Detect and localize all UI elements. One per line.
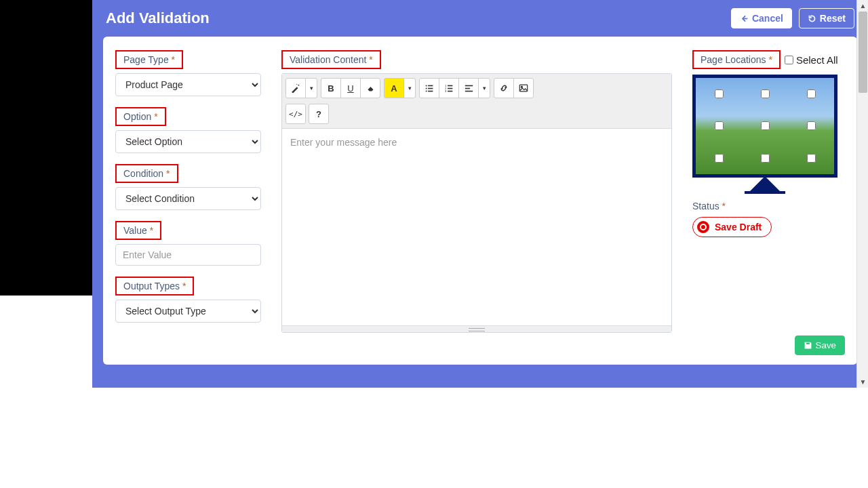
code-view-icon[interactable]: </> <box>285 104 306 124</box>
save-draft-label: Save Draft <box>715 222 762 232</box>
page-locations-label: Page Locations * <box>692 50 781 69</box>
align-icon[interactable] <box>458 78 479 98</box>
scroll-up-icon[interactable]: ▲ <box>857 0 868 12</box>
cancel-button[interactable]: Cancel <box>731 8 792 28</box>
editor-toolbar: ▾ B U A ▾ 123 <box>282 74 671 129</box>
location-bot-center[interactable] <box>761 154 770 163</box>
erase-icon[interactable] <box>360 78 380 98</box>
select-all-label: Select All <box>796 54 838 66</box>
resize-handle[interactable] <box>282 325 671 332</box>
radio-icon <box>697 221 709 233</box>
arrow-left-icon <box>740 14 749 23</box>
svg-text:3: 3 <box>445 89 447 93</box>
help-icon[interactable]: ? <box>309 104 329 124</box>
save-label: Save <box>816 340 836 350</box>
condition-select[interactable]: Select Condition <box>115 187 261 210</box>
floppy-icon <box>804 341 812 350</box>
save-draft-status[interactable]: Save Draft <box>692 217 772 237</box>
svg-point-3 <box>425 87 427 89</box>
page-title: Add Validation <box>106 9 210 27</box>
validation-content-label: Validation Content * <box>281 50 381 69</box>
form-card: Page Type * Product Page Option * Select… <box>103 37 857 365</box>
reset-label: Reset <box>820 13 846 24</box>
location-bot-left[interactable] <box>715 154 724 163</box>
monitor-stand <box>749 176 781 192</box>
monitor-preview <box>692 75 837 194</box>
location-mid-left[interactable] <box>715 121 724 130</box>
svg-rect-15 <box>465 87 469 89</box>
text-color-icon[interactable]: A <box>384 78 404 98</box>
ordered-list-icon[interactable]: 123 <box>439 78 459 98</box>
undo-icon <box>808 14 816 23</box>
sidebar-black <box>0 0 92 296</box>
scroll-thumb[interactable] <box>859 12 867 93</box>
svg-point-1 <box>296 84 297 85</box>
svg-rect-17 <box>519 85 527 92</box>
svg-point-4 <box>425 90 427 92</box>
location-top-center[interactable] <box>761 89 770 98</box>
save-button[interactable]: Save <box>795 336 845 355</box>
style-dropdown[interactable]: ▾ <box>305 78 317 98</box>
magic-icon[interactable] <box>285 78 306 98</box>
svg-rect-6 <box>428 87 433 89</box>
monitor-base <box>745 191 785 194</box>
scroll-down-icon[interactable]: ▼ <box>857 376 868 388</box>
svg-rect-14 <box>465 85 472 86</box>
align-dropdown[interactable]: ▾ <box>478 78 490 98</box>
color-dropdown[interactable]: ▾ <box>403 78 416 98</box>
output-types-label: Output Types * <box>115 277 194 296</box>
location-mid-center[interactable] <box>761 121 770 130</box>
status-label: Status * <box>692 201 845 211</box>
svg-rect-11 <box>448 85 452 86</box>
page-type-label: Page Type * <box>115 50 183 69</box>
svg-rect-13 <box>448 90 452 92</box>
bold-icon[interactable]: B <box>321 78 341 98</box>
page-type-select[interactable]: Product Page <box>115 73 261 96</box>
rich-text-editor: ▾ B U A ▾ 123 <box>281 73 672 333</box>
reset-button[interactable]: Reset <box>799 8 854 28</box>
svg-point-18 <box>521 86 522 87</box>
underline-icon[interactable]: U <box>340 78 361 98</box>
output-types-select[interactable]: Select Output Type <box>115 300 261 323</box>
vertical-scrollbar[interactable]: ▲ ▼ <box>856 0 868 388</box>
svg-point-2 <box>425 85 427 86</box>
link-icon[interactable] <box>494 78 514 98</box>
svg-rect-5 <box>428 85 433 86</box>
option-select[interactable]: Select Option <box>115 130 261 153</box>
svg-rect-12 <box>448 87 452 89</box>
value-label: Value * <box>115 221 161 240</box>
location-top-right[interactable] <box>807 89 816 98</box>
unordered-list-icon[interactable] <box>419 78 439 98</box>
location-bot-right[interactable] <box>807 154 816 163</box>
option-label: Option * <box>115 107 166 126</box>
header: Add Validation Cancel Reset <box>92 0 868 37</box>
image-icon[interactable] <box>513 78 534 98</box>
editor-body[interactable]: Enter your message here <box>282 129 671 325</box>
svg-point-0 <box>298 85 300 86</box>
select-all-checkbox[interactable] <box>785 56 793 64</box>
svg-rect-16 <box>465 90 472 92</box>
svg-rect-7 <box>428 90 433 92</box>
condition-label: Condition * <box>115 164 178 183</box>
value-input[interactable] <box>115 244 261 266</box>
location-mid-right[interactable] <box>807 121 816 130</box>
cancel-label: Cancel <box>752 13 783 24</box>
location-top-left[interactable] <box>715 89 724 98</box>
main-area: Add Validation Cancel Reset <box>92 0 868 388</box>
